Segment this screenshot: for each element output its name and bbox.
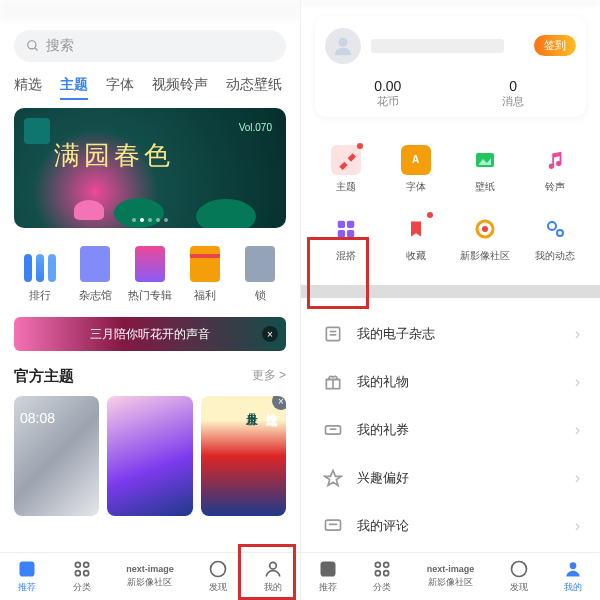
gift-icon (323, 372, 343, 392)
leaf-icon (196, 199, 256, 228)
username-placeholder[interactable] (371, 39, 504, 53)
red-dot-icon (427, 212, 433, 218)
grid-feed[interactable]: 我的动态 (520, 204, 590, 273)
svg-line-1 (35, 48, 38, 51)
compass-icon (509, 559, 529, 579)
highlight-box (307, 237, 369, 309)
grid-ring[interactable]: 铃声 (520, 135, 590, 204)
svg-point-31 (376, 562, 381, 567)
svg-point-32 (384, 562, 389, 567)
nav-recommend[interactable]: 推荐 (17, 559, 37, 594)
brush-icon (331, 145, 361, 175)
nav-discover[interactable]: 发现 (208, 559, 228, 594)
list-magazine[interactable]: 我的电子杂志 (301, 310, 600, 358)
nav-category[interactable]: 分类 (372, 559, 392, 594)
user-icon (563, 559, 583, 579)
screen-right: 签到 0.00 花币 0 消息 主题 A字体 壁纸 铃声 混搭 收藏 新影像社区… (300, 0, 600, 600)
theme-card[interactable] (14, 396, 99, 516)
svg-rect-28 (326, 520, 341, 530)
user-header-card: 签到 0.00 花币 0 消息 (315, 16, 586, 117)
list-comment[interactable]: 我的评论 (301, 502, 600, 550)
hero-banner[interactable]: Vol.070 满园春色 (14, 108, 286, 228)
close-icon[interactable]: × (262, 326, 278, 342)
nextimage-logo: next-image (126, 564, 174, 574)
leaf-icon (114, 198, 164, 228)
list-coupon[interactable]: 我的礼券 (301, 406, 600, 454)
section-title: 官方主题 (14, 367, 74, 386)
community-icon (470, 214, 500, 244)
banner-badge-icon (24, 118, 50, 144)
stat-coin[interactable]: 0.00 花币 (325, 78, 451, 109)
section-header: 官方主题 更多 > (0, 363, 300, 396)
highlight-box (238, 544, 296, 600)
nav-my[interactable]: 我的 (563, 559, 583, 594)
svg-rect-13 (347, 221, 354, 228)
list-pref[interactable]: 兴趣偏好 (301, 454, 600, 502)
search-placeholder: 搜索 (46, 37, 74, 55)
book-icon (323, 324, 343, 344)
mini-banner[interactable]: 三月陪你听花开的声音 × (14, 317, 286, 351)
grid-font[interactable]: A字体 (381, 135, 451, 204)
nav-nextimage[interactable]: next-image 新影像社区 (126, 564, 174, 589)
svg-point-0 (28, 41, 36, 49)
theme-card[interactable]: 绝逸之技 泉上丹青 × (201, 396, 286, 516)
svg-point-9 (338, 38, 347, 47)
bottom-nav: 推荐 分类 next-image新影像社区 发现 我的 (301, 552, 600, 600)
svg-point-33 (376, 571, 381, 576)
screen-left: 搜索 精选 主题 字体 视频铃声 动态壁纸 Vol.070 满园春色 排行 杂志… (0, 0, 300, 600)
status-bar (0, 0, 300, 20)
grid-icon (72, 559, 92, 579)
more-icon (245, 246, 275, 282)
nav-category[interactable]: 分类 (72, 559, 92, 594)
banner-indicator (132, 218, 168, 222)
image-icon (470, 145, 500, 175)
gift-icon (190, 246, 220, 282)
svg-point-19 (557, 230, 563, 236)
banner-title: 满园春色 (54, 138, 174, 173)
user-icon (332, 35, 354, 57)
tab-featured[interactable]: 精选 (14, 76, 42, 94)
cat-more[interactable]: 锁 (234, 246, 286, 303)
tab-theme[interactable]: 主题 (60, 76, 88, 94)
cat-magazine[interactable]: 杂志馆 (69, 246, 121, 303)
stat-message[interactable]: 0 消息 (451, 78, 577, 109)
status-bar (301, 0, 600, 6)
nav-nextimage[interactable]: next-image新影像社区 (427, 564, 475, 589)
nav-discover[interactable]: 发现 (509, 559, 529, 594)
cat-hot[interactable]: 热门专辑 (124, 246, 176, 303)
tab-ringtone[interactable]: 视频铃声 (152, 76, 208, 94)
section-more[interactable]: 更多 > (252, 367, 286, 386)
search-input[interactable]: 搜索 (14, 30, 286, 62)
music-icon (540, 145, 570, 175)
search-icon (26, 39, 40, 53)
svg-rect-12 (338, 221, 345, 228)
svg-point-36 (570, 562, 577, 569)
nextimage-logo: next-image (427, 564, 475, 574)
banner-volume: Vol.070 (239, 122, 272, 133)
avatar[interactable] (325, 28, 361, 64)
list-gift[interactable]: 我的礼物 (301, 358, 600, 406)
tab-font[interactable]: 字体 (106, 76, 134, 94)
magazine-icon (80, 246, 110, 282)
lotus-icon (74, 200, 104, 220)
cat-rank[interactable]: 排行 (14, 246, 66, 303)
star-icon (323, 468, 343, 488)
close-icon[interactable]: × (272, 396, 286, 410)
top-tabs: 精选 主题 字体 视频铃声 动态壁纸 (0, 70, 300, 104)
grid-theme[interactable]: 主题 (311, 135, 381, 204)
coupon-icon (323, 420, 343, 440)
grid-community[interactable]: 新影像社区 (451, 204, 521, 273)
svg-marker-27 (325, 471, 342, 486)
mini-banner-text: 三月陪你听花开的声音 (90, 326, 210, 343)
theme-card[interactable] (107, 396, 192, 516)
svg-point-6 (83, 571, 88, 576)
cat-gift[interactable]: 福利 (179, 246, 231, 303)
red-dot-icon (357, 143, 363, 149)
tab-livewall[interactable]: 动态壁纸 (226, 76, 282, 94)
grid-wallpaper[interactable]: 壁纸 (451, 135, 521, 204)
nav-recommend[interactable]: 推荐 (318, 559, 338, 594)
category-row: 排行 杂志馆 热门专辑 福利 锁 (0, 238, 300, 313)
grid-fav[interactable]: 收藏 (381, 204, 451, 273)
svg-point-34 (384, 571, 389, 576)
signin-badge[interactable]: 签到 (534, 35, 576, 56)
